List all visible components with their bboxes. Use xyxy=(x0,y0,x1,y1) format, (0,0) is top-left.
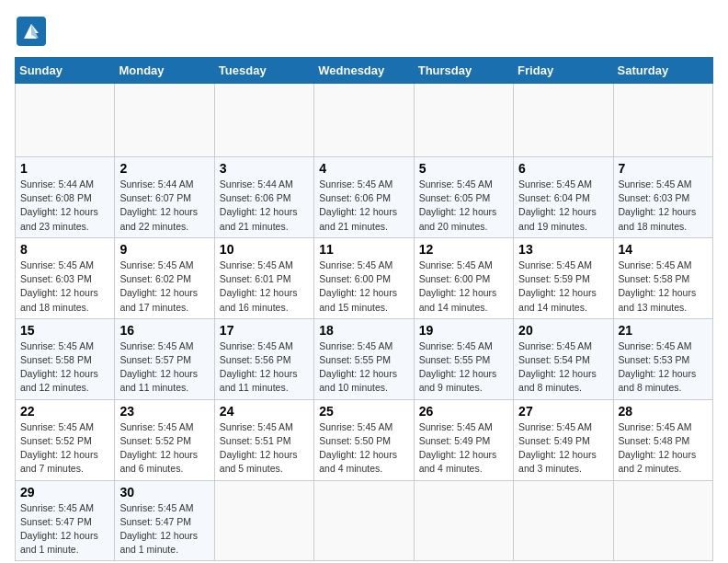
day-number: 30 xyxy=(119,485,209,500)
calendar-cell: 11Sunrise: 5:45 AMSunset: 6:00 PMDayligh… xyxy=(314,237,414,318)
calendar-week-0 xyxy=(16,84,713,157)
weekday-header-saturday: Saturday xyxy=(613,58,712,84)
weekday-header-friday: Friday xyxy=(514,58,613,84)
day-number: 21 xyxy=(619,323,708,338)
calendar-cell: 24Sunrise: 5:45 AMSunset: 5:51 PMDayligh… xyxy=(214,399,313,480)
calendar-cell: 9Sunrise: 5:45 AMSunset: 6:02 PMDaylight… xyxy=(115,237,214,318)
weekday-header-tuesday: Tuesday xyxy=(214,58,313,84)
calendar-cell: 6Sunrise: 5:45 AMSunset: 6:04 PMDaylight… xyxy=(514,157,613,238)
day-number: 1 xyxy=(20,161,109,176)
day-number: 2 xyxy=(119,161,209,176)
day-number: 11 xyxy=(319,242,408,257)
calendar-cell: 12Sunrise: 5:45 AMSunset: 6:00 PMDayligh… xyxy=(414,237,513,318)
calendar-cell: 3Sunrise: 5:44 AMSunset: 6:06 PMDaylight… xyxy=(214,157,313,238)
page-header xyxy=(15,15,713,48)
day-info: Sunrise: 5:45 AMSunset: 5:50 PMDaylight:… xyxy=(319,420,408,477)
calendar-cell: 30Sunrise: 5:45 AMSunset: 5:47 PMDayligh… xyxy=(115,480,214,561)
calendar-cell: 7Sunrise: 5:45 AMSunset: 6:03 PMDaylight… xyxy=(613,157,712,238)
calendar-cell xyxy=(314,480,414,561)
day-number: 6 xyxy=(518,161,608,176)
calendar-cell: 17Sunrise: 5:45 AMSunset: 5:56 PMDayligh… xyxy=(214,318,313,399)
calendar-cell: 14Sunrise: 5:45 AMSunset: 5:58 PMDayligh… xyxy=(613,237,712,318)
calendar-cell: 23Sunrise: 5:45 AMSunset: 5:52 PMDayligh… xyxy=(115,399,214,480)
calendar-week-1: 1Sunrise: 5:44 AMSunset: 6:08 PMDaylight… xyxy=(16,157,713,238)
logo xyxy=(15,15,51,48)
day-info: Sunrise: 5:45 AMSunset: 5:55 PMDaylight:… xyxy=(419,339,508,396)
day-info: Sunrise: 5:44 AMSunset: 6:08 PMDaylight:… xyxy=(20,178,109,234)
calendar-cell xyxy=(514,480,613,561)
calendar-cell: 26Sunrise: 5:45 AMSunset: 5:49 PMDayligh… xyxy=(414,399,513,480)
day-info: Sunrise: 5:45 AMSunset: 6:05 PMDaylight:… xyxy=(419,178,508,234)
day-info: Sunrise: 5:45 AMSunset: 5:55 PMDaylight:… xyxy=(319,339,408,396)
day-info: Sunrise: 5:45 AMSunset: 5:58 PMDaylight:… xyxy=(619,259,708,315)
calendar-week-3: 15Sunrise: 5:45 AMSunset: 5:58 PMDayligh… xyxy=(16,318,713,399)
weekday-header-monday: Monday xyxy=(115,58,214,84)
calendar-cell: 1Sunrise: 5:44 AMSunset: 6:08 PMDaylight… xyxy=(16,157,115,238)
day-number: 27 xyxy=(518,404,608,419)
day-number: 22 xyxy=(20,404,109,419)
day-info: Sunrise: 5:45 AMSunset: 6:01 PMDaylight:… xyxy=(220,259,309,315)
day-number: 3 xyxy=(220,161,309,176)
calendar-cell: 25Sunrise: 5:45 AMSunset: 5:50 PMDayligh… xyxy=(314,399,414,480)
calendar-cell xyxy=(414,84,513,157)
calendar-cell xyxy=(16,84,115,157)
day-number: 16 xyxy=(119,323,209,338)
calendar-cell: 10Sunrise: 5:45 AMSunset: 6:01 PMDayligh… xyxy=(214,237,313,318)
calendar-cell xyxy=(314,84,414,157)
weekday-header-row: SundayMondayTuesdayWednesdayThursdayFrid… xyxy=(16,58,713,84)
day-number: 14 xyxy=(619,242,708,257)
day-number: 28 xyxy=(619,404,708,419)
calendar-cell: 20Sunrise: 5:45 AMSunset: 5:54 PMDayligh… xyxy=(514,318,613,399)
day-info: Sunrise: 5:45 AMSunset: 5:56 PMDaylight:… xyxy=(220,339,309,396)
calendar-cell: 13Sunrise: 5:45 AMSunset: 5:59 PMDayligh… xyxy=(514,237,613,318)
calendar-cell xyxy=(514,84,613,157)
calendar-cell: 21Sunrise: 5:45 AMSunset: 5:53 PMDayligh… xyxy=(613,318,712,399)
day-number: 10 xyxy=(220,242,309,257)
calendar-table: SundayMondayTuesdayWednesdayThursdayFrid… xyxy=(15,57,713,561)
day-number: 24 xyxy=(220,404,309,419)
day-info: Sunrise: 5:45 AMSunset: 5:58 PMDaylight:… xyxy=(20,339,109,396)
day-info: Sunrise: 5:45 AMSunset: 5:47 PMDaylight:… xyxy=(119,501,209,557)
calendar-cell: 28Sunrise: 5:45 AMSunset: 5:48 PMDayligh… xyxy=(613,399,712,480)
day-number: 5 xyxy=(419,161,508,176)
calendar-week-5: 29Sunrise: 5:45 AMSunset: 5:47 PMDayligh… xyxy=(16,480,713,561)
calendar-cell: 22Sunrise: 5:45 AMSunset: 5:52 PMDayligh… xyxy=(16,399,115,480)
calendar-cell: 16Sunrise: 5:45 AMSunset: 5:57 PMDayligh… xyxy=(115,318,214,399)
day-info: Sunrise: 5:45 AMSunset: 5:51 PMDaylight:… xyxy=(220,420,309,477)
weekday-header-thursday: Thursday xyxy=(414,58,513,84)
day-number: 8 xyxy=(20,242,109,257)
calendar-cell: 4Sunrise: 5:45 AMSunset: 6:06 PMDaylight… xyxy=(314,157,414,238)
day-info: Sunrise: 5:45 AMSunset: 5:48 PMDaylight:… xyxy=(619,420,708,477)
calendar-cell: 29Sunrise: 5:45 AMSunset: 5:47 PMDayligh… xyxy=(16,480,115,561)
calendar-cell xyxy=(214,84,313,157)
day-info: Sunrise: 5:45 AMSunset: 5:52 PMDaylight:… xyxy=(119,420,209,477)
day-info: Sunrise: 5:45 AMSunset: 5:53 PMDaylight:… xyxy=(619,339,708,396)
day-number: 25 xyxy=(319,404,408,419)
calendar-cell: 2Sunrise: 5:44 AMSunset: 6:07 PMDaylight… xyxy=(115,157,214,238)
day-number: 4 xyxy=(319,161,408,176)
day-info: Sunrise: 5:44 AMSunset: 6:06 PMDaylight:… xyxy=(220,178,309,234)
calendar-cell xyxy=(214,480,313,561)
calendar-cell xyxy=(414,480,513,561)
day-number: 20 xyxy=(518,323,608,338)
day-info: Sunrise: 5:45 AMSunset: 6:06 PMDaylight:… xyxy=(319,178,408,234)
day-number: 26 xyxy=(419,404,508,419)
day-info: Sunrise: 5:45 AMSunset: 6:03 PMDaylight:… xyxy=(20,259,109,315)
day-info: Sunrise: 5:45 AMSunset: 5:52 PMDaylight:… xyxy=(20,420,109,477)
day-info: Sunrise: 5:45 AMSunset: 6:02 PMDaylight:… xyxy=(119,259,209,315)
day-number: 12 xyxy=(419,242,508,257)
day-number: 23 xyxy=(119,404,209,419)
day-number: 9 xyxy=(119,242,209,257)
calendar-cell: 27Sunrise: 5:45 AMSunset: 5:49 PMDayligh… xyxy=(514,399,613,480)
weekday-header-sunday: Sunday xyxy=(16,58,115,84)
day-number: 29 xyxy=(20,485,109,500)
day-info: Sunrise: 5:45 AMSunset: 5:57 PMDaylight:… xyxy=(119,339,209,396)
day-info: Sunrise: 5:45 AMSunset: 6:03 PMDaylight:… xyxy=(619,178,708,234)
day-info: Sunrise: 5:45 AMSunset: 5:59 PMDaylight:… xyxy=(518,259,608,315)
day-number: 19 xyxy=(419,323,508,338)
weekday-header-wednesday: Wednesday xyxy=(314,58,414,84)
day-number: 17 xyxy=(220,323,309,338)
calendar-cell: 5Sunrise: 5:45 AMSunset: 6:05 PMDaylight… xyxy=(414,157,513,238)
calendar-week-2: 8Sunrise: 5:45 AMSunset: 6:03 PMDaylight… xyxy=(16,237,713,318)
day-info: Sunrise: 5:45 AMSunset: 6:04 PMDaylight:… xyxy=(518,178,608,234)
